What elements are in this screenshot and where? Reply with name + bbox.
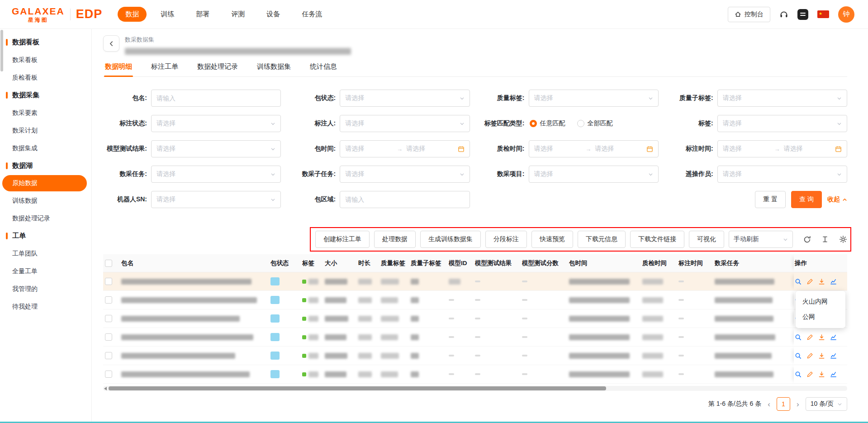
nav-item-devices[interactable]: 设备	[259, 7, 288, 22]
sidebar-item-data-integration[interactable]: 数据集成	[0, 139, 91, 157]
collect-task-select[interactable]: 请选择	[151, 166, 281, 183]
chart-icon[interactable]	[830, 278, 837, 285]
radio-any-match[interactable]: 任意匹配	[530, 119, 565, 128]
view-icon[interactable]	[795, 371, 802, 378]
download-file-links-button[interactable]: 下载文件链接	[630, 231, 684, 248]
collect-project-select[interactable]: 请选择	[529, 166, 659, 183]
model-test-result-select[interactable]: 请选择	[151, 140, 281, 157]
view-icon[interactable]	[795, 352, 802, 359]
column-settings-gear-icon[interactable]	[839, 235, 847, 243]
row-checkbox[interactable]	[105, 352, 112, 359]
chart-icon[interactable]	[830, 371, 837, 378]
edit-icon[interactable]	[806, 352, 813, 359]
menu-item-volcano-intranet[interactable]: 火山内网	[796, 294, 845, 309]
download-icon[interactable]	[818, 371, 825, 378]
sidebar-item-raw-data[interactable]: 原始数据	[2, 175, 87, 191]
download-icon[interactable]	[818, 334, 825, 341]
edit-icon[interactable]	[806, 334, 813, 341]
refresh-mode-select[interactable]: 手动刷新	[729, 231, 793, 248]
sidebar-item-collect-plan[interactable]: 数采计划	[0, 122, 91, 139]
reset-button[interactable]: 重 置	[755, 191, 786, 208]
download-metadata-button[interactable]: 下载元信息	[578, 231, 626, 248]
tab-statistics[interactable]: 统计信息	[309, 58, 338, 76]
package-time-range[interactable]: 请选择 → 请选择	[340, 140, 470, 157]
headset-icon[interactable]	[779, 10, 788, 19]
prev-page-icon[interactable]: ‹	[768, 400, 770, 408]
radio-all-match[interactable]: 全部匹配	[577, 119, 613, 128]
page-size-select[interactable]: 10 条/页	[806, 397, 847, 411]
robot-sn-select[interactable]: 请选择	[151, 191, 281, 208]
left-scrollbar-thumb[interactable]	[0, 30, 3, 71]
horizontal-scrollbar[interactable]	[103, 386, 847, 391]
row-checkbox[interactable]	[105, 278, 112, 285]
sidebar-item-collect-dashboard[interactable]: 数采看板	[0, 51, 91, 69]
docs-icon[interactable]	[797, 9, 808, 20]
user-avatar[interactable]: 钟	[838, 6, 854, 23]
sidebar-item-data-process-records[interactable]: 数据处理记录	[0, 209, 91, 227]
view-icon[interactable]	[795, 278, 802, 285]
quick-preview-button[interactable]: 快速预览	[531, 231, 573, 248]
segment-annotation-button[interactable]: 分段标注	[485, 231, 527, 248]
tab-data-process-records[interactable]: 数据处理记录	[196, 58, 239, 76]
package-status-select[interactable]: 请选择	[340, 90, 470, 107]
row-checkbox[interactable]	[105, 296, 112, 304]
tab-annotation-workorder[interactable]: 标注工单	[150, 58, 179, 76]
process-data-button[interactable]: 处理数据	[374, 231, 416, 248]
quality-tag-select[interactable]: 请选择	[529, 90, 659, 107]
package-region-input[interactable]	[340, 191, 470, 208]
scrollbar-thumb[interactable]	[109, 386, 606, 390]
chart-icon[interactable]	[830, 352, 837, 359]
create-annotation-workorder-button[interactable]: 创建标注工单	[315, 231, 370, 248]
page-number-button[interactable]: 1	[777, 397, 790, 411]
generate-training-dataset-button[interactable]: 生成训练数据集	[420, 231, 481, 248]
row-checkbox[interactable]	[105, 333, 112, 341]
edit-icon[interactable]	[806, 371, 813, 378]
nav-item-training[interactable]: 训练	[153, 7, 182, 22]
package-name-input[interactable]	[151, 90, 281, 107]
tag-select[interactable]: 请选择	[717, 115, 847, 132]
edit-icon[interactable]	[806, 278, 813, 285]
nav-item-evaluation[interactable]: 评测	[223, 7, 252, 22]
select-all-checkbox[interactable]	[105, 260, 112, 267]
cell-package-status	[270, 333, 302, 341]
row-checkbox[interactable]	[105, 371, 112, 378]
search-button[interactable]: 查 询	[791, 191, 822, 208]
sidebar-item-collect-elements[interactable]: 数采要素	[0, 104, 91, 122]
sidebar-item-training-data[interactable]: 训练数据	[0, 192, 91, 209]
nav-item-deploy[interactable]: 部署	[188, 7, 217, 22]
console-button[interactable]: 控制台	[728, 7, 770, 22]
refresh-icon[interactable]	[803, 236, 811, 243]
sidebar-item-workorder-team[interactable]: 工单团队	[0, 245, 91, 262]
collect-subtask-select[interactable]: 请选择	[340, 166, 470, 183]
cell-package-status	[270, 314, 302, 323]
breadcrumb: 数采数据集	[125, 36, 351, 44]
annotation-time-range[interactable]: 请选择 → 请选择	[717, 140, 847, 157]
language-flag-icon[interactable]: ★	[817, 10, 829, 18]
row-checkbox[interactable]	[105, 315, 112, 322]
sidebar-item-qc-dashboard[interactable]: 质检看板	[0, 69, 91, 86]
chart-icon[interactable]	[830, 334, 837, 341]
view-icon[interactable]	[795, 334, 802, 341]
sidebar-item-managed-by-me[interactable]: 我管理的	[0, 280, 91, 298]
back-button[interactable]	[103, 35, 119, 52]
qc-time-range[interactable]: 请选择 → 请选择	[529, 140, 659, 157]
quality-subtag-select[interactable]: 请选择	[717, 90, 847, 107]
tab-data-detail[interactable]: 数据明细	[104, 58, 133, 76]
menu-item-public-network[interactable]: 公网	[796, 309, 845, 325]
collapse-filters-link[interactable]: 收起	[827, 195, 847, 204]
left-scrollbar[interactable]	[0, 29, 4, 423]
nav-item-workflow[interactable]: 任务流	[294, 7, 330, 22]
download-icon[interactable]	[818, 352, 825, 359]
annotator-select[interactable]: 请选择	[340, 115, 470, 132]
download-icon[interactable]	[818, 278, 825, 285]
sidebar-item-all-workorders[interactable]: 全量工单	[0, 262, 91, 280]
next-page-icon[interactable]: ›	[797, 400, 799, 408]
tab-training-dataset[interactable]: 训练数据集	[256, 58, 292, 76]
annotation-status-select[interactable]: 请选择	[151, 115, 281, 132]
row-height-icon[interactable]	[821, 236, 829, 243]
teleoperator-select[interactable]: 请选择	[717, 166, 847, 183]
visualize-button[interactable]: 可视化	[689, 231, 724, 248]
nav-item-data[interactable]: 数据	[118, 7, 147, 22]
sidebar-item-pending-for-me[interactable]: 待我处理	[0, 298, 91, 315]
filter-package-region: 包区域:	[292, 191, 470, 208]
